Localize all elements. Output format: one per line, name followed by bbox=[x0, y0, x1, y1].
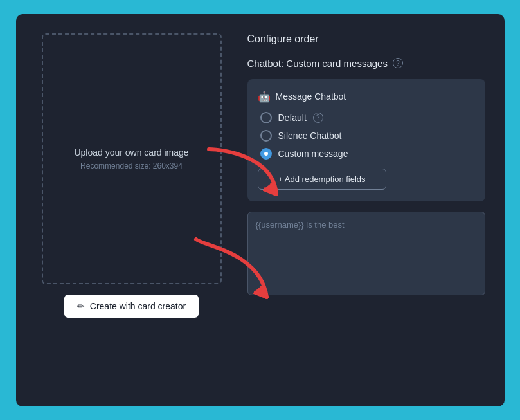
chatbot-label: Chatbot: Custom card messages ? bbox=[247, 58, 485, 69]
message-box-title: Message Chatbot bbox=[276, 91, 346, 102]
radio-label-default: Default bbox=[278, 113, 307, 123]
pencil-icon: ✏ bbox=[77, 301, 85, 311]
creator-btn-label: Create with card creator bbox=[90, 301, 186, 311]
message-box-header: 🤖 Message Chatbot bbox=[258, 91, 475, 103]
upload-title: Upload your own card image bbox=[74, 147, 188, 158]
main-card: Upload your own card image Recommended s… bbox=[16, 14, 505, 406]
radio-item-default[interactable]: Default ? bbox=[260, 112, 475, 123]
robot-icon: 🤖 bbox=[258, 91, 271, 103]
radio-circle-silence bbox=[260, 130, 272, 142]
create-with-creator-button[interactable]: ✏ Create with card creator bbox=[64, 295, 199, 318]
add-redemption-fields-button[interactable]: + Add redemption fields bbox=[258, 169, 386, 190]
left-panel: Upload your own card image Recommended s… bbox=[35, 33, 228, 387]
radio-label-custom: Custom message bbox=[278, 149, 348, 159]
message-box: 🤖 Message Chatbot Default ? Silence Chat… bbox=[247, 79, 485, 201]
section-title: Configure order bbox=[247, 33, 485, 45]
custom-message-textarea[interactable] bbox=[247, 212, 485, 295]
radio-circle-custom bbox=[260, 148, 272, 160]
radio-item-silence[interactable]: Silence Chatbot bbox=[260, 130, 475, 142]
radio-label-silence: Silence Chatbot bbox=[278, 131, 342, 141]
radio-group: Default ? Silence Chatbot Custom message bbox=[258, 112, 475, 160]
chatbot-help-icon[interactable]: ? bbox=[393, 58, 403, 68]
right-panel: Configure order Chatbot: Custom card mes… bbox=[247, 33, 485, 387]
radio-item-custom[interactable]: Custom message bbox=[260, 148, 475, 160]
default-help-icon[interactable]: ? bbox=[313, 113, 323, 123]
chatbot-label-text: Chatbot: Custom card messages bbox=[247, 58, 388, 69]
upload-subtitle: Recommended size: 260x394 bbox=[80, 161, 183, 170]
upload-area[interactable]: Upload your own card image Recommended s… bbox=[42, 33, 222, 284]
radio-circle-default bbox=[260, 112, 272, 123]
